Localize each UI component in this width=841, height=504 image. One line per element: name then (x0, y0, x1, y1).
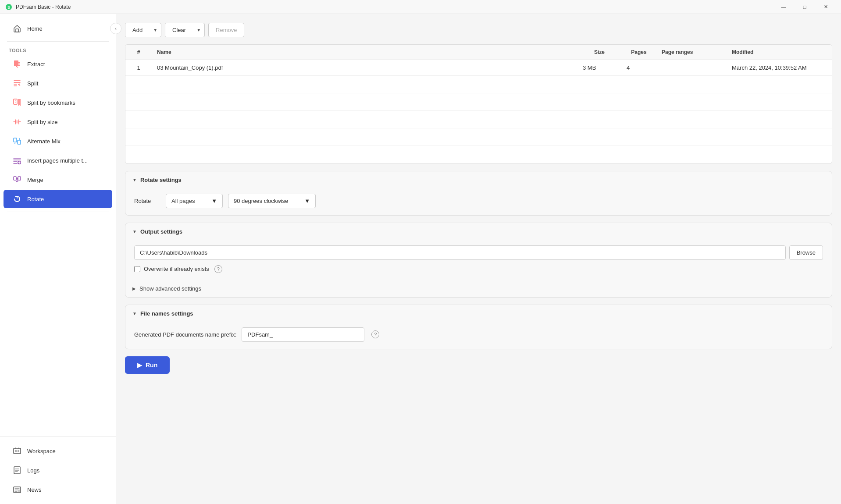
tools-section-label: TOOLS (0, 45, 116, 54)
output-settings-header[interactable]: ▼ Output settings (125, 223, 832, 240)
col-header-pages: Pages (621, 45, 656, 60)
sidebar-collapse-button[interactable]: ‹ (110, 23, 121, 34)
clear-button[interactable]: Clear (165, 23, 193, 37)
insert-pages-icon (12, 156, 22, 165)
degree-select-dropdown[interactable]: 90 degrees clockwise ▼ (228, 194, 316, 208)
file-names-settings-title: File names settings (140, 310, 193, 317)
file-names-settings-body: Generated PDF documents name prefix: ? (125, 322, 832, 349)
rotate-settings-header[interactable]: ▼ Rotate settings (125, 171, 832, 188)
degree-select-arrow: ▼ (304, 198, 310, 204)
col-header-num: # (125, 45, 152, 60)
home-icon (12, 24, 22, 33)
row-modified: March 22, 2024, 10:39:52 AM (727, 60, 832, 76)
nav-divider-2 (7, 212, 109, 212)
run-button[interactable]: ▶ Run (125, 356, 170, 374)
remove-button[interactable]: Remove (208, 23, 244, 37)
col-header-modified: Modified (727, 45, 832, 60)
overwrite-checkbox[interactable] (134, 266, 140, 272)
svg-rect-13 (18, 450, 19, 452)
extract-icon (12, 59, 22, 69)
overwrite-help-icon[interactable]: ? (214, 265, 222, 273)
file-names-settings-header[interactable]: ▼ File names settings (125, 305, 832, 322)
svg-rect-16 (18, 490, 20, 492)
degree-select-value: 90 degrees clockwise (234, 198, 288, 204)
filename-help-icon[interactable]: ? (371, 330, 379, 338)
main-content: Add ▼ Clear ▼ Remove # Name Size Pages P… (116, 14, 841, 504)
sidebar-item-alternate-mix[interactable]: Alternate Mix (4, 132, 112, 150)
sidebar-item-split[interactable]: Split (4, 74, 112, 92)
svg-rect-12 (15, 450, 17, 452)
sidebar-item-extract[interactable]: Extract (4, 55, 112, 73)
filename-prefix-input[interactable] (242, 327, 364, 342)
row-name: 03 Mountain_Copy (1).pdf (152, 60, 577, 76)
workspace-icon (12, 446, 22, 456)
sidebar-item-insert-pages[interactable]: Insert pages multiple t... (4, 151, 112, 170)
output-settings-chevron: ▼ (132, 229, 137, 234)
rotate-settings-section: ▼ Rotate settings Rotate All pages ▼ 90 … (125, 171, 832, 216)
news-icon (12, 485, 22, 494)
file-names-chevron: ▼ (132, 311, 137, 316)
maximize-button[interactable]: □ (795, 0, 815, 14)
extract-label: Extract (27, 61, 45, 67)
title-bar: S PDFsam Basic - Rotate — □ ✕ (0, 0, 841, 14)
sidebar-item-logs[interactable]: Logs (4, 461, 112, 479)
window-title: PDFsam Basic - Rotate (16, 4, 71, 10)
page-select-value: All pages (171, 198, 195, 204)
col-header-size: Size (577, 45, 621, 60)
split-icon (12, 78, 22, 88)
output-settings-section: ▼ Output settings Browse Overwrite if al… (125, 223, 832, 298)
alternate-mix-label: Alternate Mix (27, 138, 61, 145)
advanced-settings-label: Show advanced settings (139, 285, 201, 292)
rotate-settings-body: Rotate All pages ▼ 90 degrees clockwise … (125, 188, 832, 215)
row-size: 3 MB (577, 60, 621, 76)
split-size-label: Split by size (27, 119, 57, 125)
svg-rect-7 (18, 140, 21, 144)
sidebar-item-merge[interactable]: Merge (4, 170, 112, 189)
home-label: Home (27, 25, 43, 32)
sidebar-item-rotate[interactable]: Rotate (4, 190, 112, 208)
table-empty-row-4 (125, 128, 832, 146)
minimize-button[interactable]: — (773, 0, 794, 14)
overwrite-label: Overwrite if already exists (144, 266, 209, 272)
add-dropdown-arrow[interactable]: ▼ (150, 24, 161, 36)
page-select-dropdown[interactable]: All pages ▼ (166, 194, 223, 208)
filename-prefix-label: Generated PDF documents name prefix: (134, 331, 236, 338)
svg-text:S: S (7, 5, 10, 10)
window-controls: — □ ✕ (773, 0, 836, 14)
app-icon: S (5, 4, 12, 11)
add-button[interactable]: Add (125, 23, 150, 37)
news-label: News (27, 486, 42, 493)
output-settings-body: Browse Overwrite if already exists ? (125, 240, 832, 280)
insert-pages-label: Insert pages multiple t... (27, 157, 88, 164)
split-bookmarks-label: Split by bookmarks (27, 99, 75, 106)
add-button-group[interactable]: Add ▼ (125, 23, 161, 37)
col-header-page-ranges: Page ranges (656, 45, 727, 60)
row-page-ranges (656, 60, 727, 76)
sidebar-item-split-bookmarks[interactable]: Split by bookmarks (4, 93, 112, 112)
sidebar-item-news[interactable]: News (4, 480, 112, 499)
table-header-row: # Name Size Pages Page ranges Modified (125, 45, 832, 60)
sidebar-item-workspace[interactable]: Workspace (4, 442, 112, 460)
browse-button[interactable]: Browse (789, 245, 823, 260)
clear-dropdown-arrow[interactable]: ▼ (193, 24, 204, 36)
rotate-settings-chevron: ▼ (132, 177, 137, 182)
rotate-label: Rotate (134, 198, 160, 204)
svg-rect-6 (14, 138, 17, 142)
svg-rect-11 (14, 448, 21, 454)
overwrite-row: Overwrite if already exists ? (134, 265, 823, 273)
run-button-icon: ▶ (137, 362, 142, 369)
svg-rect-9 (14, 177, 16, 180)
clear-button-group[interactable]: Clear ▼ (165, 23, 205, 37)
sidebar-bottom: Workspace Logs (0, 436, 116, 504)
output-path-input[interactable] (134, 245, 786, 260)
table-row[interactable]: 1 03 Mountain_Copy (1).pdf 3 MB 4 March … (125, 60, 832, 76)
split-bookmarks-icon (12, 98, 22, 107)
close-button[interactable]: ✕ (816, 0, 836, 14)
row-pages: 4 (621, 60, 656, 76)
sidebar-item-home[interactable]: Home (4, 19, 112, 38)
sidebar-item-split-size[interactable]: Split by size (4, 113, 112, 131)
row-num: 1 (125, 60, 152, 76)
advanced-settings-toggle[interactable]: ▶ Show advanced settings (125, 280, 832, 297)
split-size-icon (12, 117, 22, 127)
merge-icon (12, 175, 22, 185)
